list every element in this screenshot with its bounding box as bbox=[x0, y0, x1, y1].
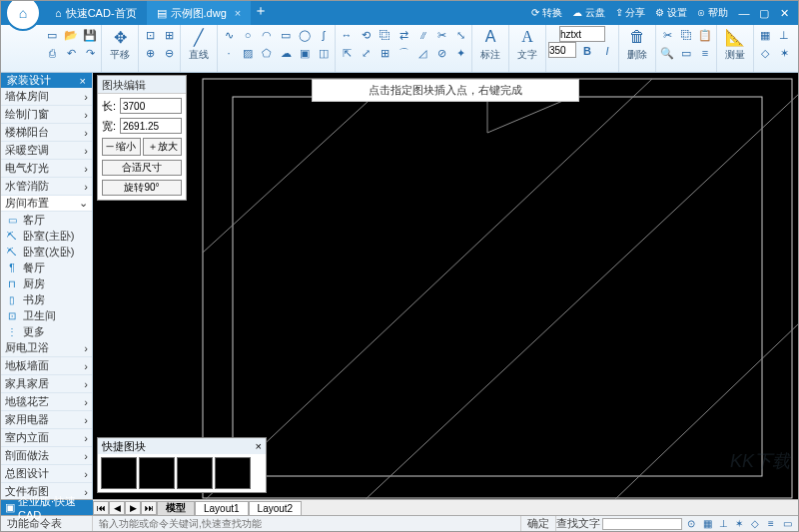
sidebar-item[interactable]: 楼梯阳台› bbox=[1, 124, 92, 142]
rect-icon[interactable]: ▭ bbox=[277, 26, 295, 44]
ellipse-icon[interactable]: ◯ bbox=[296, 26, 314, 44]
drawing-canvas[interactable]: 点击指定图块插入点，右键完成 图块编辑 长: 宽: ─ 缩小 ＋放大 合适尺寸 … bbox=[93, 73, 798, 499]
find-input[interactable] bbox=[602, 518, 682, 530]
annot-button[interactable]: A 标注 bbox=[474, 26, 506, 62]
sidebar-subitem[interactable]: ⊓厨房 bbox=[1, 275, 92, 291]
point-icon[interactable]: · bbox=[220, 44, 238, 62]
ok-button[interactable]: 确定 bbox=[521, 516, 556, 531]
cloud-icon[interactable]: ☁ bbox=[277, 44, 295, 62]
zoomin-icon[interactable]: ⊕ bbox=[141, 44, 159, 62]
sidebar-item[interactable]: 剖面做法› bbox=[1, 447, 92, 465]
status-ortho-icon[interactable]: ⊥ bbox=[716, 518, 730, 530]
zoomwin-icon[interactable]: ⊡ bbox=[141, 26, 159, 44]
status-snap-icon[interactable]: ⊙ bbox=[684, 518, 698, 530]
sidebar-item-roomlayout[interactable]: 房间布置 ⌄ bbox=[1, 196, 92, 212]
block-thumb[interactable] bbox=[101, 457, 137, 489]
circle-icon[interactable]: ○ bbox=[239, 26, 257, 44]
block-thumb[interactable] bbox=[215, 457, 251, 489]
sidebar-item[interactable]: 总图设计› bbox=[1, 465, 92, 483]
sidebar-item[interactable]: 家用电器› bbox=[1, 411, 92, 429]
cloud-button[interactable]: ☁ 云盘 bbox=[568, 4, 609, 22]
grid-icon[interactable]: ▦ bbox=[756, 26, 774, 44]
array-icon[interactable]: ⊞ bbox=[376, 44, 394, 62]
chamfer-icon[interactable]: ◿ bbox=[413, 44, 431, 62]
offset-icon[interactable]: ⫽ bbox=[413, 26, 431, 44]
print-icon[interactable]: ⎙ bbox=[43, 44, 61, 62]
sidebar-item[interactable]: 水管消防› bbox=[1, 178, 92, 196]
cut-icon[interactable]: ✂ bbox=[658, 26, 676, 44]
block-thumb[interactable] bbox=[177, 457, 213, 489]
status-polar-icon[interactable]: ✶ bbox=[732, 518, 746, 530]
tab-next[interactable]: ▶ bbox=[125, 501, 141, 515]
tab-last[interactable]: ⏭ bbox=[141, 501, 157, 515]
stretch-icon[interactable]: ⇱ bbox=[338, 44, 356, 62]
snap-icon[interactable]: ⊙ bbox=[794, 26, 799, 44]
tab-model[interactable]: 模型 bbox=[157, 501, 195, 515]
tab-document[interactable]: ▤ 示例图.dwg × bbox=[147, 1, 252, 25]
status-osnap-icon[interactable]: ◇ bbox=[748, 518, 762, 530]
shrink-button[interactable]: ─ 缩小 bbox=[102, 138, 141, 156]
block-icon[interactable]: ▣ bbox=[296, 44, 314, 62]
help-button[interactable]: ⊙ 帮助 bbox=[693, 4, 732, 22]
osnap-icon[interactable]: ◇ bbox=[756, 44, 774, 62]
add-tab-button[interactable]: ＋ bbox=[251, 1, 271, 21]
minimize-button[interactable]: — bbox=[734, 4, 754, 22]
new-icon[interactable]: ▭ bbox=[43, 26, 61, 44]
quick-close-icon[interactable]: × bbox=[256, 440, 262, 452]
close-button[interactable]: ✕ bbox=[774, 4, 794, 22]
lwt-icon[interactable]: ≡ bbox=[794, 44, 799, 62]
bold-button[interactable]: B bbox=[578, 42, 596, 60]
cmd-table-button[interactable]: 功能命令表 bbox=[1, 516, 93, 531]
region-icon[interactable]: ◫ bbox=[315, 44, 333, 62]
sidebar-subitem[interactable]: ⊡卫生间 bbox=[1, 307, 92, 323]
pan-button[interactable]: ✥ 平移 bbox=[104, 26, 136, 62]
command-input[interactable] bbox=[99, 518, 514, 530]
sidebar-close-icon[interactable]: × bbox=[80, 75, 86, 87]
sidebar-item[interactable]: 家具家居› bbox=[1, 375, 92, 393]
ortho-icon[interactable]: ⊥ bbox=[775, 26, 793, 44]
extend-icon[interactable]: ⤡ bbox=[451, 26, 469, 44]
redo-icon[interactable]: ↷ bbox=[81, 44, 99, 62]
textstyle-select[interactable] bbox=[559, 26, 605, 42]
polygon-icon[interactable]: ⬠ bbox=[258, 44, 276, 62]
break-icon[interactable]: ⊘ bbox=[432, 44, 450, 62]
sidebar-item[interactable]: 电气灯光› bbox=[1, 160, 92, 178]
scale-icon[interactable]: ⤢ bbox=[357, 44, 375, 62]
close-tab-icon[interactable]: × bbox=[235, 7, 241, 19]
ccopy-icon[interactable]: ⿻ bbox=[677, 26, 695, 44]
status-grid-icon[interactable]: ▦ bbox=[700, 518, 714, 530]
status-lwt-icon[interactable]: ≡ bbox=[764, 518, 778, 530]
sidebar-item[interactable]: 厨电卫浴› bbox=[1, 339, 92, 357]
find-icon[interactable]: 🔍 bbox=[658, 44, 676, 62]
text-button[interactable]: A 文字 bbox=[511, 26, 543, 62]
sidebar-subitem[interactable]: ▯书房 bbox=[1, 291, 92, 307]
sidebar-subitem[interactable]: ¶餐厅 bbox=[1, 260, 92, 275]
zoomext-icon[interactable]: ⊞ bbox=[160, 26, 178, 44]
fit-button[interactable]: 合适尺寸 bbox=[102, 160, 182, 176]
textsize-input[interactable] bbox=[548, 42, 576, 58]
tab-layout1[interactable]: Layout1 bbox=[195, 501, 249, 515]
props-icon[interactable]: ≡ bbox=[696, 44, 714, 62]
sidebar-subitem[interactable]: ⛏卧室(次卧) bbox=[1, 244, 92, 260]
settings-button[interactable]: ⚙ 设置 bbox=[651, 4, 691, 22]
convert-button[interactable]: ⟳ 转换 bbox=[527, 4, 566, 22]
spline-icon[interactable]: ∫ bbox=[315, 26, 333, 44]
grow-button[interactable]: ＋放大 bbox=[143, 138, 182, 156]
share-button[interactable]: ⇪ 分享 bbox=[611, 4, 650, 22]
sidebar-item[interactable]: 地板墙面› bbox=[1, 357, 92, 375]
sidebar-subitem[interactable]: ⛏卧室(主卧) bbox=[1, 228, 92, 244]
polyline-icon[interactable]: ∿ bbox=[220, 26, 238, 44]
save-icon[interactable]: 💾 bbox=[81, 26, 99, 44]
copy-icon[interactable]: ⿻ bbox=[376, 26, 394, 44]
sidebar-item[interactable]: 采暖空调› bbox=[1, 142, 92, 160]
sidebar-item[interactable]: 墙体房间› bbox=[1, 88, 92, 106]
open-icon[interactable]: 📂 bbox=[62, 26, 80, 44]
mirror-icon[interactable]: ⇄ bbox=[395, 26, 412, 44]
move-icon[interactable]: ↔ bbox=[338, 26, 356, 44]
line-button[interactable]: ╱ 直线 bbox=[183, 26, 215, 62]
delete-button[interactable]: 🗑 删除 bbox=[621, 26, 653, 62]
paste-icon[interactable]: 📋 bbox=[696, 26, 714, 44]
sidebar-item[interactable]: 室内立面› bbox=[1, 429, 92, 447]
italic-button[interactable]: I bbox=[598, 42, 616, 60]
undo-icon[interactable]: ↶ bbox=[62, 44, 80, 62]
